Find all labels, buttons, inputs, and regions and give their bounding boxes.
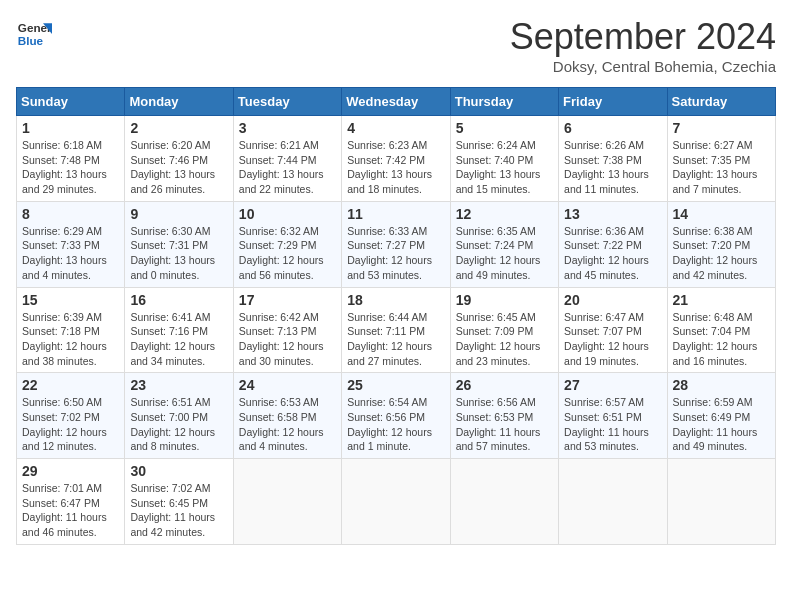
day-header-tuesday: Tuesday (233, 88, 341, 116)
day-number: 29 (22, 463, 119, 479)
day-number: 3 (239, 120, 336, 136)
day-info: Sunrise: 6:56 AMSunset: 6:53 PMDaylight:… (456, 395, 553, 454)
calendar-day-cell: 11Sunrise: 6:33 AMSunset: 7:27 PMDayligh… (342, 201, 450, 287)
day-number: 22 (22, 377, 119, 393)
day-header-saturday: Saturday (667, 88, 775, 116)
day-number: 4 (347, 120, 444, 136)
day-number: 9 (130, 206, 227, 222)
calendar-day-cell (450, 459, 558, 545)
day-info: Sunrise: 6:45 AMSunset: 7:09 PMDaylight:… (456, 310, 553, 369)
logo-icon: General Blue (16, 16, 52, 52)
calendar-day-cell: 28Sunrise: 6:59 AMSunset: 6:49 PMDayligh… (667, 373, 775, 459)
calendar-day-cell: 29Sunrise: 7:01 AMSunset: 6:47 PMDayligh… (17, 459, 125, 545)
day-info: Sunrise: 6:32 AMSunset: 7:29 PMDaylight:… (239, 224, 336, 283)
day-number: 11 (347, 206, 444, 222)
day-info: Sunrise: 6:21 AMSunset: 7:44 PMDaylight:… (239, 138, 336, 197)
calendar-day-cell: 14Sunrise: 6:38 AMSunset: 7:20 PMDayligh… (667, 201, 775, 287)
day-number: 12 (456, 206, 553, 222)
day-info: Sunrise: 6:23 AMSunset: 7:42 PMDaylight:… (347, 138, 444, 197)
day-info: Sunrise: 6:29 AMSunset: 7:33 PMDaylight:… (22, 224, 119, 283)
day-info: Sunrise: 6:38 AMSunset: 7:20 PMDaylight:… (673, 224, 770, 283)
day-info: Sunrise: 6:44 AMSunset: 7:11 PMDaylight:… (347, 310, 444, 369)
calendar-day-cell: 12Sunrise: 6:35 AMSunset: 7:24 PMDayligh… (450, 201, 558, 287)
day-number: 5 (456, 120, 553, 136)
day-info: Sunrise: 6:54 AMSunset: 6:56 PMDaylight:… (347, 395, 444, 454)
day-info: Sunrise: 7:02 AMSunset: 6:45 PMDaylight:… (130, 481, 227, 540)
calendar-day-cell: 6Sunrise: 6:26 AMSunset: 7:38 PMDaylight… (559, 116, 667, 202)
day-info: Sunrise: 6:48 AMSunset: 7:04 PMDaylight:… (673, 310, 770, 369)
calendar-header-row: SundayMondayTuesdayWednesdayThursdayFrid… (17, 88, 776, 116)
day-header-sunday: Sunday (17, 88, 125, 116)
day-number: 27 (564, 377, 661, 393)
calendar-day-cell: 18Sunrise: 6:44 AMSunset: 7:11 PMDayligh… (342, 287, 450, 373)
day-number: 16 (130, 292, 227, 308)
svg-text:Blue: Blue (18, 34, 44, 47)
day-header-wednesday: Wednesday (342, 88, 450, 116)
day-number: 13 (564, 206, 661, 222)
day-number: 17 (239, 292, 336, 308)
day-number: 6 (564, 120, 661, 136)
calendar-week-row: 22Sunrise: 6:50 AMSunset: 7:02 PMDayligh… (17, 373, 776, 459)
day-info: Sunrise: 6:18 AMSunset: 7:48 PMDaylight:… (22, 138, 119, 197)
day-info: Sunrise: 6:33 AMSunset: 7:27 PMDaylight:… (347, 224, 444, 283)
day-info: Sunrise: 6:57 AMSunset: 6:51 PMDaylight:… (564, 395, 661, 454)
calendar-week-row: 29Sunrise: 7:01 AMSunset: 6:47 PMDayligh… (17, 459, 776, 545)
day-number: 25 (347, 377, 444, 393)
title-block: September 2024 Doksy, Central Bohemia, C… (510, 16, 776, 75)
calendar-day-cell: 3Sunrise: 6:21 AMSunset: 7:44 PMDaylight… (233, 116, 341, 202)
day-number: 23 (130, 377, 227, 393)
calendar-day-cell (233, 459, 341, 545)
calendar-day-cell: 20Sunrise: 6:47 AMSunset: 7:07 PMDayligh… (559, 287, 667, 373)
calendar-day-cell: 17Sunrise: 6:42 AMSunset: 7:13 PMDayligh… (233, 287, 341, 373)
day-info: Sunrise: 6:24 AMSunset: 7:40 PMDaylight:… (456, 138, 553, 197)
calendar-day-cell: 21Sunrise: 6:48 AMSunset: 7:04 PMDayligh… (667, 287, 775, 373)
calendar-day-cell: 19Sunrise: 6:45 AMSunset: 7:09 PMDayligh… (450, 287, 558, 373)
location-subtitle: Doksy, Central Bohemia, Czechia (510, 58, 776, 75)
day-number: 21 (673, 292, 770, 308)
day-number: 20 (564, 292, 661, 308)
day-number: 18 (347, 292, 444, 308)
day-info: Sunrise: 6:47 AMSunset: 7:07 PMDaylight:… (564, 310, 661, 369)
day-info: Sunrise: 6:26 AMSunset: 7:38 PMDaylight:… (564, 138, 661, 197)
calendar-day-cell: 4Sunrise: 6:23 AMSunset: 7:42 PMDaylight… (342, 116, 450, 202)
day-info: Sunrise: 6:41 AMSunset: 7:16 PMDaylight:… (130, 310, 227, 369)
calendar-day-cell: 27Sunrise: 6:57 AMSunset: 6:51 PMDayligh… (559, 373, 667, 459)
day-header-friday: Friday (559, 88, 667, 116)
calendar-day-cell: 23Sunrise: 6:51 AMSunset: 7:00 PMDayligh… (125, 373, 233, 459)
day-number: 26 (456, 377, 553, 393)
calendar-day-cell: 30Sunrise: 7:02 AMSunset: 6:45 PMDayligh… (125, 459, 233, 545)
day-info: Sunrise: 7:01 AMSunset: 6:47 PMDaylight:… (22, 481, 119, 540)
day-number: 24 (239, 377, 336, 393)
calendar-week-row: 1Sunrise: 6:18 AMSunset: 7:48 PMDaylight… (17, 116, 776, 202)
calendar-day-cell: 5Sunrise: 6:24 AMSunset: 7:40 PMDaylight… (450, 116, 558, 202)
day-number: 10 (239, 206, 336, 222)
month-title: September 2024 (510, 16, 776, 58)
day-header-thursday: Thursday (450, 88, 558, 116)
calendar-day-cell (342, 459, 450, 545)
day-info: Sunrise: 6:35 AMSunset: 7:24 PMDaylight:… (456, 224, 553, 283)
logo: General Blue (16, 16, 52, 52)
calendar-week-row: 15Sunrise: 6:39 AMSunset: 7:18 PMDayligh… (17, 287, 776, 373)
day-number: 15 (22, 292, 119, 308)
day-number: 1 (22, 120, 119, 136)
calendar-day-cell: 8Sunrise: 6:29 AMSunset: 7:33 PMDaylight… (17, 201, 125, 287)
calendar-day-cell: 22Sunrise: 6:50 AMSunset: 7:02 PMDayligh… (17, 373, 125, 459)
day-info: Sunrise: 6:30 AMSunset: 7:31 PMDaylight:… (130, 224, 227, 283)
day-number: 7 (673, 120, 770, 136)
day-info: Sunrise: 6:50 AMSunset: 7:02 PMDaylight:… (22, 395, 119, 454)
day-number: 19 (456, 292, 553, 308)
calendar-day-cell: 16Sunrise: 6:41 AMSunset: 7:16 PMDayligh… (125, 287, 233, 373)
day-info: Sunrise: 6:51 AMSunset: 7:00 PMDaylight:… (130, 395, 227, 454)
day-number: 28 (673, 377, 770, 393)
day-info: Sunrise: 6:20 AMSunset: 7:46 PMDaylight:… (130, 138, 227, 197)
calendar-day-cell: 24Sunrise: 6:53 AMSunset: 6:58 PMDayligh… (233, 373, 341, 459)
calendar-day-cell: 10Sunrise: 6:32 AMSunset: 7:29 PMDayligh… (233, 201, 341, 287)
calendar-day-cell: 1Sunrise: 6:18 AMSunset: 7:48 PMDaylight… (17, 116, 125, 202)
calendar-week-row: 8Sunrise: 6:29 AMSunset: 7:33 PMDaylight… (17, 201, 776, 287)
day-info: Sunrise: 6:39 AMSunset: 7:18 PMDaylight:… (22, 310, 119, 369)
calendar-day-cell (559, 459, 667, 545)
calendar-day-cell: 15Sunrise: 6:39 AMSunset: 7:18 PMDayligh… (17, 287, 125, 373)
day-info: Sunrise: 6:42 AMSunset: 7:13 PMDaylight:… (239, 310, 336, 369)
calendar-day-cell: 25Sunrise: 6:54 AMSunset: 6:56 PMDayligh… (342, 373, 450, 459)
calendar-day-cell (667, 459, 775, 545)
